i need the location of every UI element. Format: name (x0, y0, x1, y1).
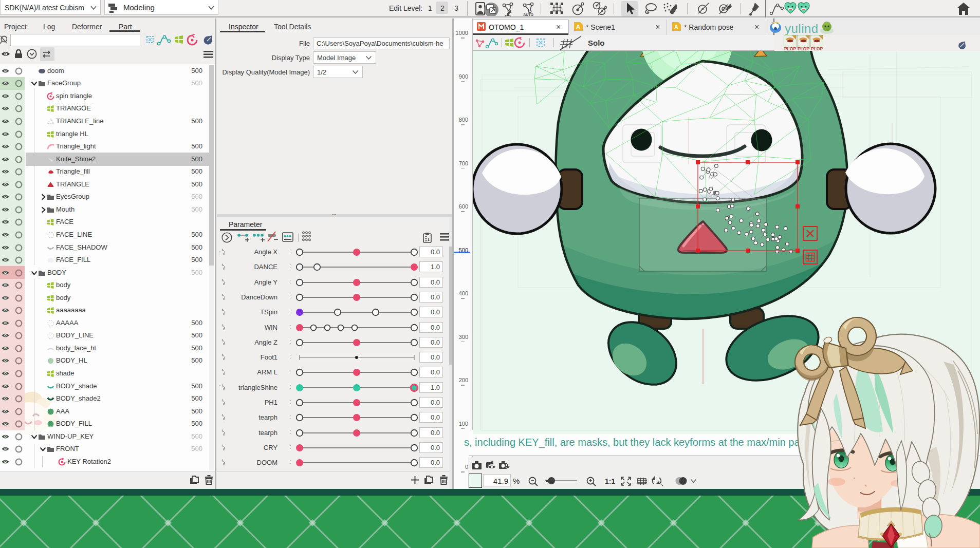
svg-text:A: A (674, 24, 678, 30)
svg-text:PLOP: PLOP (798, 46, 809, 51)
svg-text:PLOP: PLOP (784, 46, 796, 51)
svg-text:PLOP: PLOP (811, 46, 823, 51)
svg-text:AUTO: AUTO (523, 13, 533, 16)
svg-text:A: A (576, 24, 580, 30)
